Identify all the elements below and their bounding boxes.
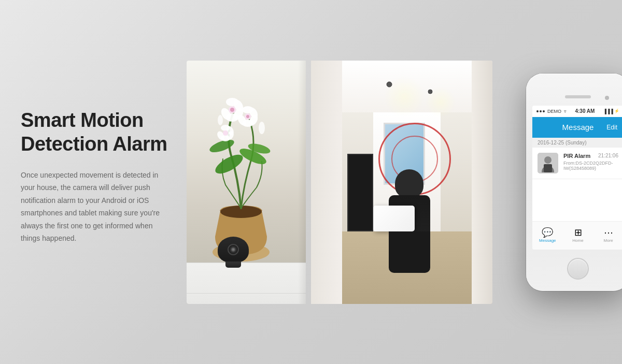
phone-home-button[interactable] <box>567 258 589 280</box>
stolen-object <box>373 206 415 231</box>
svg-point-27 <box>218 115 223 125</box>
shelf <box>187 263 306 304</box>
nav-title: Message <box>562 123 594 132</box>
shelf-detail <box>187 293 306 294</box>
text-content: Smart Motion Detection Alarm Once unexpe… <box>21 109 181 244</box>
tab-home[interactable]: ⊞ Home <box>563 228 593 243</box>
battery-indicator: ▐▐▐ ⚡ <box>603 109 619 114</box>
nav-spacer: Edit <box>539 124 549 131</box>
carrier-name: DEMO <box>547 109 561 114</box>
message-content: PIR Alarm 21:21:06 From:DS-2CD2Q2DFD-IW(… <box>563 153 618 171</box>
svg-point-28 <box>387 82 392 87</box>
nav-bar: Edit Message Edit <box>532 117 622 138</box>
battery-pct: ⚡ <box>614 109 619 113</box>
message-tab-icon: 💬 <box>542 228 553 237</box>
nav-edit-button[interactable]: Edit <box>606 124 617 131</box>
home-tab-icon: ⊞ <box>574 228 582 237</box>
tab-message[interactable]: 💬 Message <box>532 228 563 243</box>
tab-more[interactable]: ⋯ More <box>593 228 622 243</box>
hall-right-wall <box>472 61 492 304</box>
tab-more-label: More <box>604 238 613 243</box>
svg-point-12 <box>230 108 234 112</box>
right-panel <box>311 61 492 304</box>
msg-sender: PIR Alarm <box>563 153 590 159</box>
wifi-icon: ▿ <box>564 109 567 114</box>
status-left: DEMO ▿ <box>536 109 567 114</box>
signal-dot-1 <box>536 110 539 112</box>
person-head <box>395 169 423 198</box>
phone-screen: DEMO ▿ 4:30 AM ▐▐▐ ⚡ Edit Message Edit <box>532 106 622 250</box>
tab-message-label: Message <box>539 238 556 243</box>
phone-speaker <box>565 95 591 98</box>
orchid-flower-3 <box>216 125 235 141</box>
security-camera <box>215 234 251 268</box>
camera-lens <box>228 244 239 255</box>
message-item[interactable]: PIR Alarm 21:21:06 From:DS-2CD2Q2DFD-IW(… <box>532 148 622 179</box>
battery-level: ▐▐▐ <box>603 109 613 114</box>
svg-point-29 <box>428 90 432 94</box>
signal-dot-3 <box>543 110 545 112</box>
hall-left-wall <box>311 61 342 304</box>
signal-dot-2 <box>540 110 542 112</box>
light-fixture-1 <box>386 81 392 88</box>
svg-point-31 <box>544 156 552 164</box>
phone-camera <box>605 96 609 100</box>
svg-point-25 <box>223 130 228 136</box>
title-line1: Smart Motion <box>21 109 144 131</box>
image-composite <box>187 61 492 304</box>
camera-body <box>218 237 249 263</box>
message-avatar <box>538 153 558 173</box>
light-fixture-2 <box>428 89 433 94</box>
date-header: 2016-12-25 (Sunday) <box>532 138 622 148</box>
person-body <box>384 154 435 273</box>
svg-rect-32 <box>544 164 552 172</box>
phone-frame: DEMO ▿ 4:30 AM ▐▐▐ ⚡ Edit Message Edit <box>526 74 622 291</box>
status-time: 4:30 AM <box>575 108 595 114</box>
more-tab-icon: ⋯ <box>604 228 613 237</box>
title-line2: Detection Alarm <box>21 133 167 155</box>
svg-point-2 <box>213 151 246 177</box>
left-panel <box>187 61 306 304</box>
tab-home-label: Home <box>572 238 583 243</box>
main-title: Smart Motion Detection Alarm <box>21 109 171 156</box>
phone-mockup: DEMO ▿ 4:30 AM ▐▐▐ ⚡ Edit Message Edit <box>518 58 622 307</box>
status-bar: DEMO ▿ 4:30 AM ▐▐▐ ⚡ <box>532 106 622 117</box>
avatar-image <box>538 153 558 173</box>
page-container: Smart Motion Detection Alarm Once unexpe… <box>0 0 622 364</box>
svg-point-19 <box>246 115 249 118</box>
tab-bar: 💬 Message ⊞ Home ⋯ More <box>532 221 622 250</box>
person-legs <box>389 231 430 273</box>
msg-time: 21:21:06 <box>598 153 618 159</box>
svg-point-26 <box>259 122 265 134</box>
camera-base <box>225 261 241 268</box>
message-header: PIR Alarm 21:21:06 <box>563 153 618 159</box>
hallway-background <box>311 61 492 304</box>
msg-from: From:DS-2CD2Q2DFD-IW(S28458089) <box>563 161 618 171</box>
intruder-figure <box>363 112 456 273</box>
description-text: Once unexpected movement is detected in … <box>21 169 171 245</box>
